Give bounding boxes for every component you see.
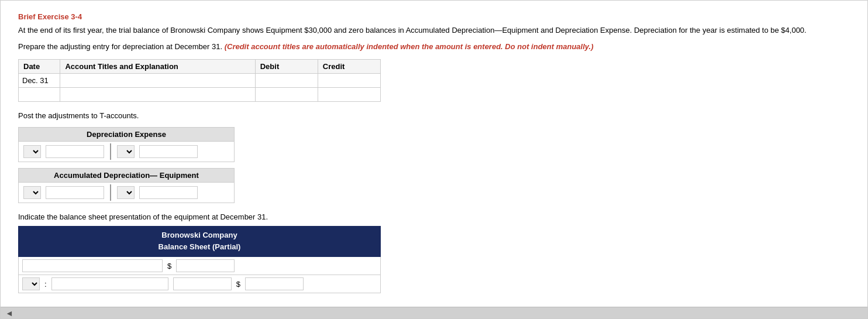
dep-expense-left-input[interactable] [46,145,104,158]
balance-sheet-section: Indicate the balance sheet presentation … [18,212,850,294]
exercise-description: At the end of its first year, the trial … [18,25,850,36]
journal-row-1-date: Dec. 31 [19,73,60,87]
journal-row-2-debit-input[interactable] [258,89,315,100]
journal-row-1-debit[interactable] [255,73,318,87]
journal-row-2-account[interactable] [60,87,255,101]
bs-row-2-account-input[interactable] [51,277,168,290]
scroll-left-arrow[interactable]: ◄ [5,308,13,318]
journal-row-2 [19,87,381,101]
t-divider-2 [110,184,111,201]
bs-row-1-dollar: $ [167,262,171,270]
journal-row-2-account-input[interactable] [63,89,252,100]
bs-header-line1: Bronowski Company [22,229,377,242]
page-wrapper: Brief Exercise 3-4 At the end of its fir… [0,0,868,319]
bs-label: Indicate the balance sheet presentation … [18,212,850,221]
bs-row-1-amount-input[interactable] [176,259,235,272]
accum-dep-right-select[interactable]: Dr Cr [117,186,135,199]
post-label: Post the adjustments to T-accounts. [18,111,850,120]
journal-row-1: Dec. 31 [19,73,381,87]
col-account: Account Titles and Explanation [60,59,255,73]
instruction-prefix: Prepare the adjusting entry for deprecia… [18,42,222,51]
t-account-accum-dep-row: Dr Cr Dr Cr [18,183,235,203]
bs-row-2-dollar: $ [236,280,240,289]
t-account-accumulated-dep: Accumulated Depreciation— Equipment Dr C… [18,168,235,203]
bs-row-2-net-input[interactable] [245,277,304,290]
t-account-dep-expense-inner: Dr Cr Dr Cr [19,142,202,162]
col-debit: Debit [255,59,318,73]
journal-row-1-account[interactable] [60,73,255,87]
dep-expense-left-select[interactable]: Dr Cr [23,145,41,158]
instruction-italic: (Credit account titles are automatically… [225,42,594,51]
bs-header-line2: Balance Sheet (Partial) [22,241,377,253]
exercise-title: Brief Exercise 3-4 [18,12,850,21]
t-account-section: Depreciation Expense Dr Cr Dr Cr [18,127,850,203]
bs-row-1: $ [18,257,381,275]
col-credit: Credit [318,59,380,73]
journal-row-1-credit-input[interactable] [321,75,378,86]
journal-row-2-date [19,87,60,101]
bs-row-2-amount-input[interactable] [173,277,232,290]
dep-expense-right-select[interactable]: Dr Cr [117,145,135,158]
t-account-depreciation-expense: Depreciation Expense Dr Cr Dr Cr [18,127,235,162]
journal-row-2-credit[interactable] [318,87,380,101]
dep-expense-right-input[interactable] [139,145,198,158]
accum-dep-right-input[interactable] [139,186,198,199]
journal-table: Date Account Titles and Explanation Debi… [18,59,381,102]
journal-row-1-credit[interactable] [318,73,380,87]
instruction: Prepare the adjusting entry for deprecia… [18,42,850,51]
accum-dep-left-select[interactable]: Dr Cr [23,186,41,199]
bs-row-2-select[interactable] [22,277,40,290]
t-account-dep-expense-row: Dr Cr Dr Cr [18,142,235,162]
t-account-dep-expense-header: Depreciation Expense [18,127,235,142]
journal-row-1-account-input[interactable] [63,75,252,86]
journal-row-1-debit-input[interactable] [258,75,315,86]
t-account-accum-dep-header: Accumulated Depreciation— Equipment [18,168,235,183]
t-divider-1 [110,143,111,160]
col-date: Date [19,59,60,73]
bs-row-1-account-input[interactable] [22,259,163,272]
journal-row-2-credit-input[interactable] [321,89,378,100]
footer-bar: ◄ [1,307,867,318]
bs-header: Bronowski Company Balance Sheet (Partial… [18,226,381,258]
t-account-accum-dep-inner: Dr Cr Dr Cr [19,183,202,203]
bs-row-2-colon: : [44,280,47,289]
bs-row-2: : $ [18,275,381,293]
journal-row-2-debit[interactable] [255,87,318,101]
accum-dep-left-input[interactable] [46,186,104,199]
